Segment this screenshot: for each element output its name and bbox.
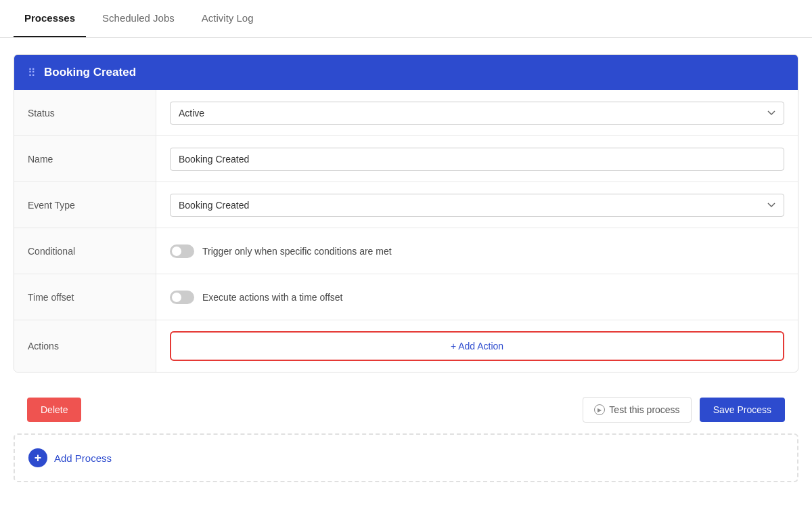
status-label: Status (14, 90, 156, 135)
actions-row: Actions + Add Action (14, 320, 798, 372)
name-row: Name (14, 136, 798, 182)
conditional-row: Conditional Trigger only when specific c… (14, 228, 798, 274)
status-select[interactable]: Active Inactive (170, 102, 784, 125)
event-type-select[interactable]: Booking Created Booking Updated Booking … (170, 194, 784, 217)
process-card: ⠿ Booking Created Status Active Inactive… (14, 54, 798, 372)
time-offset-row: Time offset Execute actions with a time … (14, 274, 798, 320)
conditional-field: Trigger only when specific conditions ar… (156, 234, 798, 269)
delete-button[interactable]: Delete (27, 398, 81, 422)
status-field: Active Inactive (156, 91, 798, 135)
add-action-label: + Add Action (451, 341, 503, 351)
conditional-toggle-row: Trigger only when specific conditions ar… (170, 244, 784, 258)
event-type-field: Booking Created Booking Updated Booking … (156, 183, 798, 228)
tab-activity-log[interactable]: Activity Log (191, 0, 265, 37)
add-process-label: Add Process (54, 452, 112, 464)
actions-label: Actions (14, 320, 156, 372)
time-offset-label: Time offset (14, 274, 156, 320)
name-label: Name (14, 136, 156, 182)
add-action-button[interactable]: + Add Action (170, 331, 784, 361)
footer-right: ▶ Test this process Save Process (583, 397, 785, 423)
process-title: Booking Created (44, 66, 136, 79)
actions-field: + Add Action (156, 320, 798, 372)
process-header: ⠿ Booking Created (14, 55, 798, 90)
form-footer: Delete ▶ Test this process Save Process (14, 386, 798, 433)
conditional-description: Trigger only when specific conditions ar… (202, 246, 392, 257)
conditional-slider (170, 244, 194, 258)
time-offset-slider (170, 291, 194, 304)
test-process-label: Test this process (609, 404, 679, 415)
conditional-toggle[interactable] (170, 244, 194, 258)
main-content: ⠿ Booking Created Status Active Inactive… (0, 38, 812, 498)
name-input[interactable] (170, 148, 784, 171)
top-nav: Processes Scheduled Jobs Activity Log (0, 0, 812, 38)
status-row: Status Active Inactive (14, 90, 798, 136)
tab-scheduled-jobs[interactable]: Scheduled Jobs (91, 0, 185, 37)
play-icon: ▶ (594, 404, 605, 415)
save-process-button[interactable]: Save Process (700, 398, 785, 422)
time-offset-field: Execute actions with a time offset (156, 280, 798, 315)
add-process-icon: + (28, 448, 47, 467)
drag-handle-icon[interactable]: ⠿ (28, 66, 36, 79)
add-process-section[interactable]: + Add Process (14, 433, 798, 482)
app-container: Processes Scheduled Jobs Activity Log ⠿ … (0, 0, 812, 512)
name-field (156, 137, 798, 182)
conditional-label: Conditional (14, 228, 156, 274)
tab-processes[interactable]: Processes (14, 0, 86, 37)
time-offset-toggle[interactable] (170, 291, 194, 304)
test-process-button[interactable]: ▶ Test this process (583, 397, 691, 423)
event-type-label: Event Type (14, 182, 156, 228)
event-type-row: Event Type Booking Created Booking Updat… (14, 182, 798, 228)
time-offset-toggle-row: Execute actions with a time offset (170, 291, 784, 304)
time-offset-description: Execute actions with a time offset (202, 292, 343, 303)
